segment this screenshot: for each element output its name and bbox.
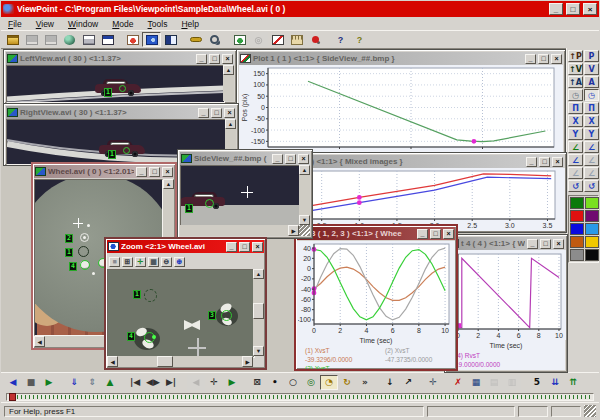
- palette-tool-3-r[interactable]: ◷: [584, 89, 599, 101]
- leftview-vscrollbar[interactable]: ▲: [223, 65, 234, 101]
- minimize-button[interactable]: _: [196, 54, 207, 64]
- color-swatch-3[interactable]: [585, 210, 599, 222]
- maximize-button[interactable]: □: [539, 157, 550, 167]
- minimize-button[interactable]: _: [136, 167, 147, 177]
- palette-tool-3-l[interactable]: ◷: [568, 89, 583, 101]
- zoom-hscrollbar[interactable]: ◀ ▶: [107, 356, 253, 367]
- plot3-titlebar[interactable]: 3 ( 1, 2, 3 ) <1:1> { Whee _ □ ×: [297, 227, 455, 240]
- plot4-titlebar[interactable]: t 4 ( 4 ) <1:1> { W _ □ ×: [447, 237, 565, 250]
- color-swatch-5[interactable]: [585, 223, 599, 235]
- line-tool-button[interactable]: ↗: [399, 375, 417, 390]
- open-button[interactable]: [3, 32, 22, 47]
- scroll-down-button[interactable]: ▼: [253, 346, 264, 356]
- prev-mark-button[interactable]: ◀: [187, 375, 205, 390]
- key-button[interactable]: [186, 32, 205, 47]
- minimize-button[interactable]: _: [525, 54, 536, 64]
- first-frame-button[interactable]: |◀: [126, 375, 144, 390]
- close-button[interactable]: ×: [583, 3, 597, 15]
- scroll-left-button[interactable]: ◀: [107, 356, 118, 367]
- palette-tool-1-l[interactable]: ↑V: [568, 63, 583, 75]
- color-swatch-1[interactable]: [585, 197, 599, 209]
- print-button[interactable]: [79, 32, 98, 47]
- palette-tool-6-r[interactable]: Y: [584, 128, 599, 140]
- frame-slider-thumb[interactable]: [9, 393, 16, 401]
- jump-down-button[interactable]: ⇓: [65, 375, 83, 390]
- palette-tool-5-l[interactable]: X: [568, 115, 583, 127]
- delete-marker-button[interactable]: ✗: [449, 375, 467, 390]
- palette-tool-8-l[interactable]: ∠: [568, 154, 583, 166]
- maximize-button[interactable]: □: [566, 3, 580, 15]
- last-frame-button[interactable]: ▶|: [162, 375, 180, 390]
- video-image-button[interactable]: [123, 32, 142, 47]
- zoom-tool-button[interactable]: [205, 32, 224, 47]
- palette-tool-4-r[interactable]: Π: [584, 102, 599, 114]
- rotate-search-button[interactable]: ↻: [338, 375, 356, 390]
- close-button[interactable]: ×: [553, 239, 564, 249]
- table-next-button[interactable]: ▥: [503, 375, 521, 390]
- next-mark-button[interactable]: ▶: [223, 375, 241, 390]
- wheel-titlebar[interactable]: Wheel.avi ( 0 ) <1:2.01> _ □ ×: [34, 165, 174, 178]
- menu-window[interactable]: Window: [61, 18, 105, 30]
- sideview-hscrollbar[interactable]: ▶: [180, 225, 299, 236]
- circle-outline-button[interactable]: ○: [284, 375, 302, 390]
- frame-box-button[interactable]: ⊠: [248, 375, 266, 390]
- drop-marker-button[interactable]: ↓: [381, 375, 399, 390]
- leftview-titlebar[interactable]: LeftView.avi ( 30 ) <1:1.37> _ □ ×: [6, 52, 234, 65]
- measure-button[interactable]: [287, 32, 306, 47]
- color-swatch-2[interactable]: [570, 210, 584, 222]
- palette-tool-9-l[interactable]: ∠: [568, 167, 583, 179]
- resize-grip[interactable]: [584, 405, 596, 417]
- color-swatch-7[interactable]: [585, 236, 599, 248]
- jump-updown-button[interactable]: ⇕: [83, 375, 101, 390]
- zoom-titlebar[interactable]: Zoom <2:1> Wheel.avi _ □ ×: [107, 240, 264, 253]
- advance-button[interactable]: »: [356, 375, 374, 390]
- palette-tool-8-r[interactable]: ∠: [584, 154, 599, 166]
- pin-button[interactable]: [306, 32, 325, 47]
- move-roi-button[interactable]: ✛: [424, 375, 442, 390]
- palette-tool-7-r[interactable]: ∠: [584, 141, 599, 153]
- grid-toggle-button[interactable]: ▦: [148, 257, 159, 267]
- image-overlay-button[interactable]: [230, 32, 249, 47]
- menu-tools[interactable]: Tools: [141, 18, 175, 30]
- scroll-up-button[interactable]: ▲: [225, 119, 236, 129]
- close-button[interactable]: ×: [252, 242, 263, 252]
- table-prev-button[interactable]: ▤: [485, 375, 503, 390]
- scroll-up-button[interactable]: ▲: [253, 269, 264, 279]
- zoom-vscrollbar[interactable]: ▲ ▼: [253, 269, 264, 356]
- palette-tool-2-r[interactable]: A: [584, 76, 599, 88]
- skip-back-button[interactable]: ⇊: [546, 375, 564, 390]
- stop-button[interactable]: ■: [22, 375, 40, 390]
- zoom-in-button[interactable]: ⊕: [174, 257, 185, 267]
- window-zoom[interactable]: Zoom <2:1> Wheel.avi _ □ × ■⊞✛▦⊖⊕ 1 3 4: [104, 237, 267, 370]
- maximize-button[interactable]: □: [209, 54, 220, 64]
- menu-view[interactable]: View: [29, 18, 61, 30]
- skip-forward-button[interactable]: ⇈: [564, 375, 582, 390]
- color-swatch-9[interactable]: [585, 249, 599, 261]
- minimize-button[interactable]: _: [226, 242, 237, 252]
- pan-tool-button[interactable]: ✛: [135, 257, 146, 267]
- play-button[interactable]: ▶: [40, 375, 58, 390]
- leftview-video[interactable]: 1: [6, 65, 225, 103]
- help-button[interactable]: ?: [350, 32, 369, 47]
- scroll-thumb[interactable]: [157, 356, 173, 367]
- skip-count-button[interactable]: 5: [528, 375, 546, 390]
- color-swatch-0[interactable]: [570, 197, 584, 209]
- color-swatch-6[interactable]: [570, 236, 584, 248]
- close-button[interactable]: ×: [222, 54, 233, 64]
- close-button[interactable]: ×: [224, 108, 235, 118]
- world-button[interactable]: [60, 32, 79, 47]
- maximize-button[interactable]: □: [239, 242, 250, 252]
- maximize-button[interactable]: □: [285, 154, 296, 164]
- sideview-titlebar[interactable]: SideView_##.bmp ( _ □ ×: [180, 152, 310, 165]
- select-tool-button[interactable]: ■: [109, 257, 120, 267]
- palette-tool-10-r[interactable]: ↺: [584, 180, 599, 192]
- scroll-right-button[interactable]: ▶: [242, 356, 253, 367]
- close-button[interactable]: ×: [162, 167, 173, 177]
- palette-tool-0-l[interactable]: ↑P: [568, 50, 583, 62]
- step-frame-button[interactable]: ◀▶: [144, 375, 162, 390]
- play-back-button[interactable]: ◀: [4, 375, 22, 390]
- palette-tool-1-r[interactable]: V: [584, 63, 599, 75]
- close-button[interactable]: ×: [552, 157, 563, 167]
- minimize-button[interactable]: _: [272, 154, 283, 164]
- menu-help[interactable]: Help: [174, 18, 205, 30]
